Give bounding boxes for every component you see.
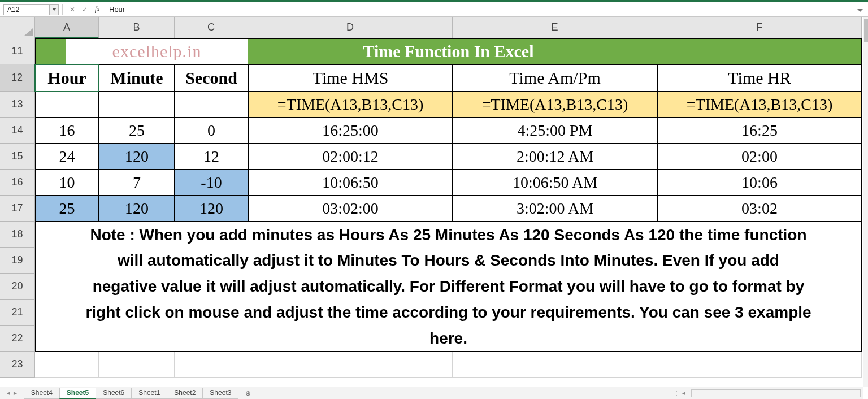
- separator: [62, 4, 63, 15]
- row-header-19[interactable]: 19: [0, 248, 35, 274]
- enter-icon[interactable]: ✓: [79, 4, 91, 15]
- cell-D13[interactable]: =TIME(A13,B13,C13): [248, 92, 453, 118]
- cell-B13[interactable]: [99, 92, 175, 118]
- sheet-tabs: Sheet4Sheet5Sheet6Sheet1Sheet2Sheet3: [24, 388, 238, 399]
- cell-C13[interactable]: [175, 92, 248, 118]
- cell-header-A[interactable]: Hour: [35, 64, 99, 92]
- cell-E17[interactable]: 3:02:00 AM: [453, 196, 657, 222]
- row-header-17[interactable]: 17: [0, 196, 35, 222]
- sheet-tab-sheet6[interactable]: Sheet6: [96, 388, 132, 399]
- horizontal-scrollbar[interactable]: [691, 389, 861, 397]
- sheet-nav-prev-icon[interactable]: ◄: [6, 390, 11, 396]
- name-box-value: A12: [7, 6, 19, 14]
- cell-E16[interactable]: 10:06:50 AM: [453, 170, 657, 196]
- column-headers: ABCDEF: [35, 17, 863, 38]
- cell-D17[interactable]: 03:02:00: [248, 196, 453, 222]
- cell-F16[interactable]: 10:06: [657, 170, 862, 196]
- cell-F23[interactable]: [657, 352, 862, 378]
- cell-E14[interactable]: 4:25:00 PM: [453, 118, 657, 144]
- name-box[interactable]: A12: [3, 4, 50, 15]
- select-all-corner[interactable]: [0, 17, 35, 38]
- svg-marker-0: [52, 8, 57, 11]
- vertical-scrollbar-thumb[interactable]: [864, 19, 868, 42]
- cell-A17[interactable]: 25: [35, 196, 99, 222]
- sheet-tab-sheet4[interactable]: Sheet4: [24, 388, 60, 399]
- cell-header-C[interactable]: Second: [175, 64, 248, 92]
- add-sheet-button[interactable]: ⊕: [242, 389, 254, 397]
- cell-D14[interactable]: 16:25:00: [248, 118, 453, 144]
- column-header-E[interactable]: E: [453, 17, 657, 38]
- row-header-20[interactable]: 20: [0, 274, 35, 300]
- cell-F15[interactable]: 02:00: [657, 144, 862, 170]
- cell-note-21[interactable]: right click on mouse and adjust the time…: [35, 300, 862, 326]
- sheet-tab-sheet2[interactable]: Sheet2: [167, 388, 203, 399]
- row-header-22[interactable]: 22: [0, 326, 35, 352]
- expand-formula-bar-icon[interactable]: [854, 4, 866, 15]
- cell-F17[interactable]: 03:02: [657, 196, 862, 222]
- cell-E23[interactable]: [453, 352, 657, 378]
- cell-C23[interactable]: [175, 352, 248, 378]
- cell-E13[interactable]: =TIME(A13,B13,C13): [453, 92, 657, 118]
- sheet-tab-sheet1[interactable]: Sheet1: [131, 388, 167, 399]
- cell-F14[interactable]: 16:25: [657, 118, 862, 144]
- cell-A15[interactable]: 24: [35, 144, 99, 170]
- column-header-C[interactable]: C: [175, 17, 248, 38]
- cell-note-18[interactable]: Note : When you add minutes as Hours As …: [35, 222, 862, 248]
- sheet-nav-next-icon[interactable]: ►: [12, 390, 18, 396]
- row-header-21[interactable]: 21: [0, 300, 35, 326]
- svg-marker-1: [857, 9, 863, 12]
- row-header-16[interactable]: 16: [0, 170, 35, 196]
- cell-note-22[interactable]: here.: [35, 326, 862, 352]
- sheet-nav[interactable]: ◄ ►: [0, 390, 24, 396]
- formula-bar: A12 ✕ ✓ fx Hour: [0, 2, 868, 17]
- cell-header-F[interactable]: Time HR: [657, 64, 862, 92]
- cell-F13[interactable]: =TIME(A13,B13,C13): [657, 92, 862, 118]
- row-header-12[interactable]: 12: [0, 64, 35, 92]
- row-headers: 11121314151617181920212223: [0, 38, 35, 387]
- row-header-15[interactable]: 15: [0, 144, 35, 170]
- cell-A23[interactable]: [35, 352, 99, 378]
- sheet-tab-sheet5[interactable]: Sheet5: [59, 388, 96, 399]
- column-header-B[interactable]: B: [99, 17, 175, 38]
- row-header-11[interactable]: 11: [0, 38, 35, 64]
- cell-A16[interactable]: 10: [35, 170, 99, 196]
- cell-header-D[interactable]: Time HMS: [248, 64, 453, 92]
- sheet-tab-sheet3[interactable]: Sheet3: [202, 388, 238, 399]
- sheet-tab-bar: ◄ ► Sheet4Sheet5Sheet6Sheet1Sheet2Sheet3…: [0, 387, 863, 399]
- vertical-scrollbar[interactable]: [863, 17, 868, 387]
- cell-B14[interactable]: 25: [99, 118, 175, 144]
- row-header-13[interactable]: 13: [0, 92, 35, 118]
- cell-A13[interactable]: [35, 92, 99, 118]
- cell-C15[interactable]: 12: [175, 144, 248, 170]
- cell-C17[interactable]: 120: [175, 196, 248, 222]
- cell-note-20[interactable]: negative value it will adjust automatica…: [35, 274, 862, 300]
- name-box-dropdown[interactable]: [50, 4, 59, 15]
- cell-header-B[interactable]: Minute: [99, 64, 175, 92]
- cell-D16[interactable]: 10:06:50: [248, 170, 453, 196]
- cell-C16[interactable]: -10: [175, 170, 248, 196]
- cell-note-19[interactable]: will automatically adjust it to Minutes …: [35, 248, 862, 274]
- row-header-18[interactable]: 18: [0, 222, 35, 248]
- cell-B15[interactable]: 120: [99, 144, 175, 170]
- row-header-14[interactable]: 14: [0, 118, 35, 144]
- column-header-F[interactable]: F: [657, 17, 862, 38]
- cell-B23[interactable]: [99, 352, 175, 378]
- formula-bar-input[interactable]: Hour: [103, 5, 854, 14]
- cell-watermark[interactable]: excelhelp.in: [66, 39, 248, 64]
- cell-A14[interactable]: 16: [35, 118, 99, 144]
- row-header-23[interactable]: 23: [0, 352, 35, 378]
- hscroll-divider-icon[interactable]: ⋮ ◄: [674, 390, 687, 397]
- cell-E15[interactable]: 2:00:12 AM: [453, 144, 657, 170]
- cell-C14[interactable]: 0: [175, 118, 248, 144]
- cell-D15[interactable]: 02:00:12: [248, 144, 453, 170]
- cell-B17[interactable]: 120: [99, 196, 175, 222]
- cell-header-E[interactable]: Time Am/Pm: [453, 64, 657, 92]
- column-header-D[interactable]: D: [248, 17, 453, 38]
- cell-D23[interactable]: [248, 352, 453, 378]
- column-header-A[interactable]: A: [35, 17, 99, 38]
- cancel-icon[interactable]: ✕: [66, 4, 79, 15]
- cell-B16[interactable]: 7: [99, 170, 175, 196]
- spreadsheet-area: ABCDEF 11121314151617181920212223 excelh…: [0, 17, 863, 387]
- fx-icon[interactable]: fx: [91, 4, 103, 15]
